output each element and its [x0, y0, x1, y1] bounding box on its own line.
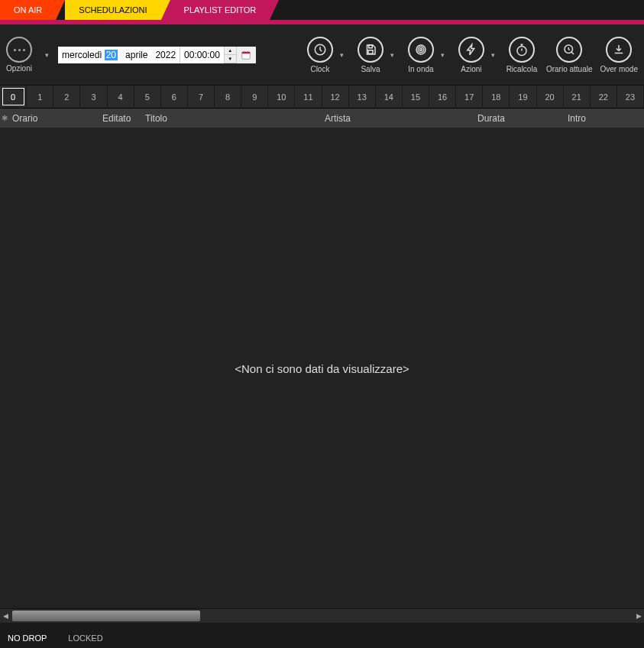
- svg-rect-6: [368, 50, 373, 53]
- hour-15[interactable]: 15: [403, 86, 429, 108]
- broadcast-icon: [408, 37, 434, 63]
- clock-chevron[interactable]: ▾: [338, 51, 346, 59]
- hour-8[interactable]: 8: [215, 86, 241, 108]
- col-intro[interactable]: Intro: [565, 113, 644, 124]
- hour-20[interactable]: 20: [537, 86, 564, 108]
- stopwatch-icon: [509, 37, 535, 63]
- scroll-right-icon[interactable]: ▶: [633, 611, 644, 621]
- tab-onair-label: ON AIR: [14, 5, 42, 15]
- hour-21[interactable]: 21: [564, 86, 591, 108]
- hour-1[interactable]: 1: [27, 86, 53, 108]
- hour-6[interactable]: 6: [161, 86, 188, 108]
- tab-onair[interactable]: ON AIR: [0, 0, 56, 20]
- hour-22[interactable]: 22: [591, 86, 617, 108]
- over-label: Over mode: [600, 65, 638, 73]
- toolbar: Opzioni ▾ mercoledì 20 aprile 2022 00:00…: [0, 24, 644, 86]
- search-time-icon: [556, 37, 582, 63]
- hour-10[interactable]: 10: [268, 86, 295, 108]
- clock-icon: [307, 37, 333, 63]
- status-locked: LOCKED: [68, 633, 102, 643]
- date-month: aprile: [121, 47, 151, 63]
- options-button[interactable]: [6, 37, 32, 63]
- hour-12[interactable]: 12: [322, 86, 349, 108]
- hour-16[interactable]: 16: [429, 86, 456, 108]
- date-picker[interactable]: mercoledì 20 aprile 2022 00:00:00 ▲ ▼: [58, 47, 256, 63]
- lightning-icon: [458, 37, 484, 63]
- tab-playlist-editor-label: PLAYLIST EDITOR: [184, 5, 257, 15]
- hour-17[interactable]: 17: [456, 86, 483, 108]
- tab-playlist-editor[interactable]: PLAYLIST EDITOR: [170, 0, 270, 20]
- calendar-button[interactable]: [236, 47, 256, 63]
- hour-14[interactable]: 14: [376, 86, 403, 108]
- spin-down-icon[interactable]: ▼: [225, 55, 236, 63]
- save-label: Salva: [361, 65, 380, 73]
- save-icon: [358, 37, 383, 63]
- col-artista[interactable]: Artista: [322, 113, 474, 124]
- hour-23[interactable]: 23: [617, 86, 644, 108]
- row-indicator-icon: ✱: [0, 114, 9, 122]
- date-weekday-day: mercoledì 20: [58, 47, 121, 63]
- scroll-track[interactable]: [12, 611, 632, 621]
- tab-strip: ON AIR SCHEDULAZIONI PLAYLIST EDITOR: [0, 0, 644, 24]
- dot-icon: [23, 49, 25, 51]
- table-content: <Non ci sono dati da visualizzare>: [0, 128, 644, 609]
- empty-message: <Non ci sono dati da visualizzare>: [235, 362, 409, 375]
- date-day: 20: [105, 50, 118, 60]
- scroll-thumb[interactable]: [12, 611, 200, 621]
- clock-label: Clock: [310, 65, 329, 73]
- spin-up-icon[interactable]: ▲: [225, 47, 236, 55]
- col-durata[interactable]: Durata: [474, 113, 565, 124]
- tab-schedulazioni-label: SCHEDULAZIONI: [79, 5, 147, 15]
- download-icon: [606, 37, 632, 63]
- hour-5[interactable]: 5: [134, 86, 161, 108]
- save-button[interactable]: Salva: [354, 37, 387, 73]
- time-spinner[interactable]: ▲ ▼: [224, 47, 236, 63]
- dot-icon: [18, 49, 21, 51]
- svg-rect-5: [369, 45, 373, 48]
- hours-bar: 01234567891011121314151617181920212223: [0, 86, 644, 109]
- orario-label: Orario attuale: [546, 65, 593, 73]
- svg-point-8: [418, 47, 424, 53]
- table-header: ✱ Orario Editato Titolo Artista Durata I…: [0, 109, 644, 128]
- orario-button[interactable]: Orario attuale: [546, 37, 593, 73]
- status-bar: NO DROP LOCKED: [0, 628, 644, 648]
- clock-button[interactable]: Clock: [303, 37, 337, 73]
- hour-2[interactable]: 2: [53, 86, 80, 108]
- hour-13[interactable]: 13: [349, 86, 376, 108]
- date-year: 2022: [151, 47, 180, 63]
- tab-schedulazioni[interactable]: SCHEDULAZIONI: [65, 0, 160, 20]
- col-editato[interactable]: Editato: [99, 113, 142, 124]
- calendar-icon: [241, 50, 251, 60]
- dot-icon: [14, 49, 16, 51]
- hour-9[interactable]: 9: [241, 86, 268, 108]
- svg-point-7: [419, 48, 422, 50]
- hour-0[interactable]: 0: [0, 86, 27, 108]
- hour-3[interactable]: 3: [80, 86, 107, 108]
- inonda-button[interactable]: In onda: [404, 37, 438, 73]
- save-chevron[interactable]: ▾: [389, 51, 396, 59]
- hour-11[interactable]: 11: [295, 86, 322, 108]
- over-button[interactable]: Over mode: [600, 37, 638, 73]
- options-chevron[interactable]: ▾: [43, 51, 50, 59]
- scroll-left-icon[interactable]: ◀: [0, 611, 11, 621]
- svg-rect-1: [242, 51, 251, 53]
- hour-7[interactable]: 7: [188, 86, 215, 108]
- date-weekday: mercoledì: [62, 50, 102, 60]
- date-time: 00:00:00: [180, 47, 224, 63]
- azioni-button[interactable]: Azioni: [455, 37, 488, 73]
- col-titolo[interactable]: Titolo: [142, 113, 322, 124]
- options-label: Opzioni: [6, 64, 32, 73]
- status-nodrop: NO DROP: [8, 633, 47, 643]
- hour-19[interactable]: 19: [510, 86, 536, 108]
- hour-4[interactable]: 4: [108, 86, 134, 108]
- azioni-chevron[interactable]: ▾: [490, 51, 497, 59]
- inonda-label: In onda: [408, 65, 433, 73]
- col-orario[interactable]: Orario: [9, 113, 99, 124]
- ricalcola-button[interactable]: Ricalcola: [505, 37, 539, 73]
- ricalcola-label: Ricalcola: [506, 65, 538, 73]
- horizontal-scrollbar[interactable]: ◀ ▶: [0, 609, 644, 623]
- options-group: Opzioni: [6, 37, 32, 73]
- azioni-label: Azioni: [461, 65, 481, 73]
- hour-18[interactable]: 18: [483, 86, 510, 108]
- inonda-chevron[interactable]: ▾: [439, 51, 447, 59]
